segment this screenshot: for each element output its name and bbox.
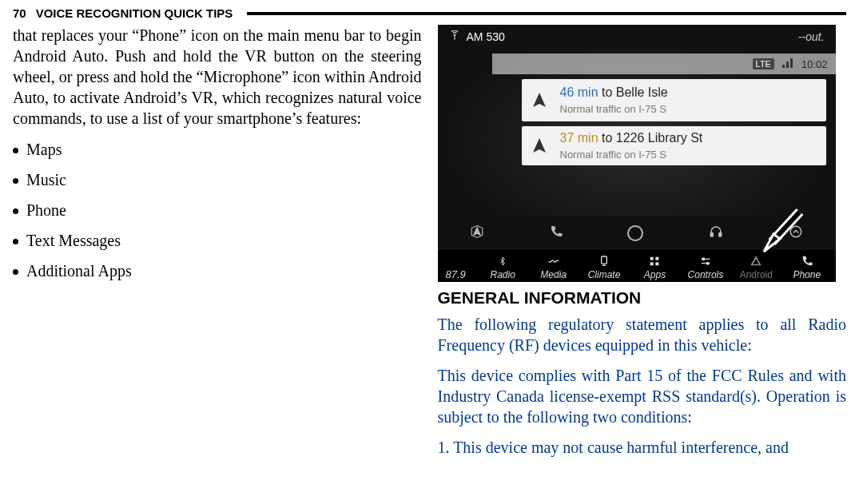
svg-rect-8 — [656, 262, 659, 265]
nav-minutes: 46 min — [560, 85, 599, 99]
ol-number: 1. — [438, 439, 450, 456]
nav-destination: to 1226 Library St — [599, 131, 703, 145]
media-icon — [547, 254, 560, 268]
maps-icon[interactable] — [470, 224, 484, 242]
svg-rect-4 — [602, 256, 607, 264]
list-item-label: Additional Apps — [26, 261, 132, 280]
bottom-slot-radio[interactable]: Radio — [478, 254, 528, 280]
feature-list: Maps Music Phone Text Messages Additiona… — [13, 140, 422, 280]
nav-card-title: 37 min to 1226 Library St — [560, 131, 817, 145]
list-item-label: Text Messages — [26, 231, 121, 250]
bullet-icon — [13, 208, 18, 214]
general-info-heading: GENERAL INFORMATION — [438, 288, 847, 308]
bottom-slot-apps[interactable]: Apps — [630, 254, 680, 280]
bullet-icon — [13, 269, 18, 275]
svg-rect-7 — [650, 262, 654, 265]
bottom-slot-controls[interactable]: Controls — [680, 254, 730, 280]
svg-rect-6 — [656, 257, 659, 260]
nav-card[interactable]: 37 min to 1226 Library St Normal traffic… — [522, 126, 826, 165]
list-item: Music — [13, 170, 422, 189]
phone-bt-icon — [801, 254, 813, 268]
nav-card-subtitle: Normal traffic on I-75 S — [560, 149, 817, 161]
list-item-label: Music — [26, 170, 66, 189]
radio-station-label: AM 530 — [467, 30, 505, 43]
list-item: Maps — [13, 140, 422, 159]
radio-tower-icon — [449, 30, 460, 44]
left-column: that replaces your “Phone” icon on the m… — [13, 25, 422, 458]
radio-preset-label[interactable]: 87.9 — [441, 268, 478, 280]
ol-text: This device may not cause harmful interf… — [453, 439, 789, 456]
fcc-paragraph: This device complies with Part 15 of the… — [438, 365, 847, 427]
headphones-icon[interactable] — [708, 224, 724, 242]
header-rule — [247, 12, 846, 15]
condition-1: 1. This device may not cause harmful int… — [438, 437, 847, 458]
list-item-label: Phone — [26, 200, 66, 220]
top-right-label: --out. — [798, 30, 825, 43]
bottom-slot-android[interactable]: Android — [731, 254, 781, 280]
list-item: Phone — [13, 200, 422, 220]
nav-destination: to Belle Isle — [599, 85, 668, 99]
svg-point-10 — [706, 262, 709, 264]
two-column-layout: that replaces your “Phone” icon on the m… — [13, 25, 846, 458]
bluetooth-icon — [498, 254, 507, 268]
regulatory-intro: The following regulatory statement appli… — [438, 314, 847, 355]
phone-icon[interactable] — [549, 224, 563, 242]
ss-vehicle-bottom-bar: 87.9 Radio Media Climate Apps — [438, 250, 836, 282]
signal-icon — [782, 58, 793, 70]
bottom-label: Media — [540, 269, 567, 280]
page-number: 70 — [13, 6, 26, 20]
intro-paragraph: that replaces your “Phone” icon on the m… — [13, 25, 422, 129]
list-item-label: Maps — [26, 140, 62, 159]
ss-top-bar: AM 530 --out. — [438, 25, 836, 49]
controls-icon — [699, 254, 712, 268]
section-title: VOICE RECOGNITION QUICK TIPS — [36, 6, 233, 20]
bullet-icon — [13, 178, 18, 184]
svg-rect-1 — [711, 233, 714, 237]
bullet-icon — [13, 148, 18, 153]
lte-badge: LTE — [753, 58, 774, 69]
navigation-arrow-icon — [530, 137, 549, 156]
bottom-slot-media[interactable]: Media — [528, 254, 579, 280]
right-column: AM 530 --out. LTE 10:02 46 min to — [438, 25, 847, 458]
nav-card-subtitle: Normal traffic on I-75 S — [560, 103, 817, 115]
ss-nav-cards: 46 min to Belle Isle Normal traffic on I… — [522, 79, 826, 165]
svg-point-9 — [702, 258, 705, 260]
bottom-slot-phone[interactable]: Phone — [781, 254, 832, 280]
home-circle-icon[interactable] — [627, 225, 643, 241]
nav-minutes: 37 min — [560, 131, 599, 145]
svg-point-0 — [454, 34, 455, 35]
nav-card[interactable]: 46 min to Belle Isle Normal traffic on I… — [522, 79, 826, 121]
bottom-slot-climate[interactable]: Climate — [579, 254, 629, 280]
ss-android-status-bar: LTE 10:02 — [492, 54, 836, 74]
bottom-label: Android — [740, 269, 773, 280]
svg-point-3 — [790, 226, 801, 237]
navigation-arrow-icon — [530, 91, 549, 110]
bottom-label: Climate — [588, 269, 621, 280]
ss-android-nav-bar — [438, 216, 836, 250]
bottom-label: Radio — [491, 269, 515, 280]
bullet-icon — [13, 239, 18, 244]
bottom-label: Controls — [688, 269, 724, 280]
bottom-label: Apps — [644, 269, 666, 280]
svg-rect-2 — [719, 233, 722, 237]
bottom-label: Phone — [793, 269, 821, 280]
clock-label: 10:02 — [801, 58, 828, 70]
nav-card-title: 46 min to Belle Isle — [560, 85, 817, 100]
page-header: 70 VOICE RECOGNITION QUICK TIPS — [13, 6, 846, 20]
climate-icon — [598, 254, 610, 268]
infotainment-screenshot: AM 530 --out. LTE 10:02 46 min to — [438, 25, 836, 282]
list-item: Additional Apps — [13, 261, 422, 280]
android-auto-icon — [749, 254, 763, 268]
svg-rect-5 — [650, 257, 654, 260]
apps-icon — [648, 254, 661, 268]
chevron-up-circle-icon[interactable] — [789, 224, 803, 242]
list-item: Text Messages — [13, 231, 422, 250]
